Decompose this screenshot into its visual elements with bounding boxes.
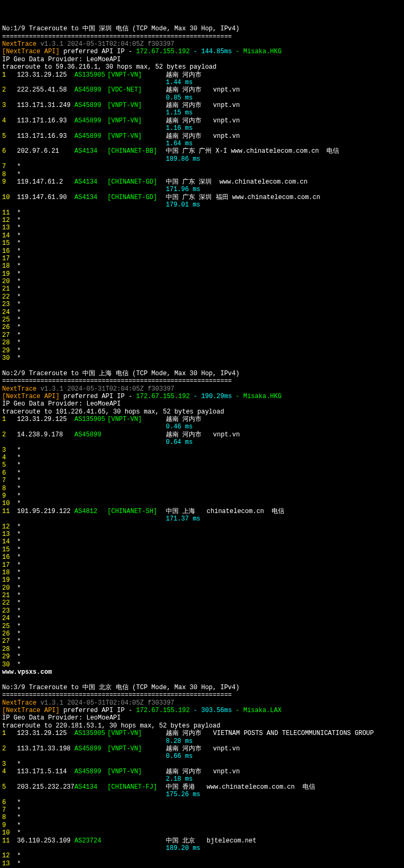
hop-number: 29 [2,653,17,660]
hop-star: * [17,584,21,592]
hop-star: * [17,469,21,477]
hop-number: 12 [2,523,17,531]
hop-number: 1 [2,416,17,423]
hop-asn: AS45899 [74,117,107,125]
hop-net: [VNPT-VN] [107,416,166,423]
hop-star: * [17,599,21,607]
hop-location: 越南 河内市 vnpt.vn [166,745,402,753]
hop-location: 中国 香港 www.chinatelecom.com.cn 电信 [166,783,402,791]
hop-ip: 222.255.41.58 [17,86,74,94]
hop-row: 28* [2,339,402,346]
hop-number: 17 [2,561,17,569]
hop-row: 214.238.9.178AS45899越南 河内市 vnpt.vn [2,431,402,439]
hop-star: * [17,255,21,262]
hop-ip: 36.110.253.109 [17,837,74,845]
hop-star: * [17,324,21,331]
hop-number: 21 [2,592,17,599]
hop-number: 21 [2,285,17,293]
hop-star: * [17,492,21,500]
hop-star: * [17,760,21,768]
hop-number: 1 [2,71,17,79]
hop-number: 1 [2,730,17,737]
hop-row: 6* [2,469,402,477]
hop-number: 28 [2,339,17,346]
hop-number: 12 [2,217,17,224]
hop-number: 16 [2,247,17,255]
hop-location: 越南 河内市 vnpt.vn [166,133,402,140]
hop-row: 9* [2,492,402,500]
hop-location: 中国 广东 深圳 福田 www.chinatelecom.com.cn [166,194,402,201]
hop-number: 10 [2,829,17,837]
hop-number: 7 [2,477,17,484]
hop-star: * [17,576,21,584]
hop-row: 22* [2,293,402,301]
hop-number: 26 [2,630,17,638]
hop-star: * [17,653,21,660]
hop-number: 16 [2,553,17,561]
hop-star: * [17,454,21,461]
hop-latency: 1.64 ms [2,140,402,147]
hop-row: 11* [2,209,402,217]
divider: ========================================… [2,691,402,699]
hop-latency: 171.37 ms [2,515,402,523]
hop-latency: 189.20 ms [2,845,402,852]
hop-number: 15 [2,546,17,553]
hop-star: * [17,477,21,484]
hop-asn: AS135905 [74,730,107,737]
hop-star: * [17,262,21,270]
hop-row: 12* [2,523,402,531]
hop-row: 30* [2,661,402,668]
hop-star: * [17,852,21,859]
hop-star: * [17,561,21,569]
hop-latency: 171.96 ms [2,186,402,193]
hop-star: * [17,232,21,239]
hop-latency: 2.18 ms [2,775,402,783]
hop-row: 7* [2,163,402,170]
hop-location: 中国 上海 chinatelecom.cn 电信 [166,508,402,515]
hop-number: 2 [2,431,17,439]
hop-star: * [17,531,21,538]
divider: ========================================… [2,33,402,40]
hop-net: [CHINANET-GD] [107,194,166,201]
hop-star: * [17,569,21,576]
api-line: [NextTrace API] preferred API IP - 172.6… [2,48,402,55]
hop-row: 9* [2,822,402,829]
hop-number: 24 [2,309,17,316]
hop-net: [VNPT-VN] [107,768,166,775]
trace-info: traceroute to 59.36.216.1, 30 hops max, … [2,63,402,71]
hop-number: 10 [2,194,17,201]
hop-number: 28 [2,646,17,653]
hop-number: 6 [2,147,17,155]
hop-number: 9 [2,178,17,186]
hop-asn: AS45899 [74,431,107,439]
hop-number: 4 [2,454,17,461]
hop-row: 3113.171.31.249AS45899[VNPT-VN]越南 河内市 vn… [2,102,402,109]
hop-net: [VNPT-VN] [107,730,166,737]
hop-row: 14* [2,232,402,239]
hop-row: 18* [2,262,402,270]
hop-number: 14 [2,232,17,239]
hop-star: * [17,332,21,339]
hop-ip: 123.31.29.125 [17,416,74,423]
hop-number: 7 [2,163,17,170]
api-line: [NextTrace API] preferred API IP - 172.6… [2,707,402,714]
hop-net: [CHINANET-BB] [107,147,166,155]
hop-star: * [17,316,21,324]
hop-asn: AS4134 [74,178,107,186]
hop-ip: 203.215.232.237 [17,783,74,791]
hop-star: * [17,615,21,622]
hop-number: 19 [2,270,17,278]
hop-location: 越南 河内市 [166,416,402,423]
hop-ip: 119.147.61.90 [17,194,74,201]
hop-net: [CHINANET-SH] [107,508,166,515]
terminal-output: No:1/9 Traceroute to 中国 深圳 电信 (TCP Mode,… [2,25,402,867]
hop-asn: AS4134 [74,194,107,201]
geo-provider: IP Geo Data Provider: LeoMoeAPI [2,56,402,63]
hop-location: 越南 河内市 vnpt.vn [166,86,402,94]
hop-number: 13 [2,531,17,538]
hop-row: 6202.97.6.21AS4134[CHINANET-BB]中国 广东 广州 … [2,147,402,155]
hop-number: 6 [2,469,17,477]
hop-star: * [17,814,21,821]
hop-star: * [17,339,21,346]
hop-row: 16* [2,553,402,561]
